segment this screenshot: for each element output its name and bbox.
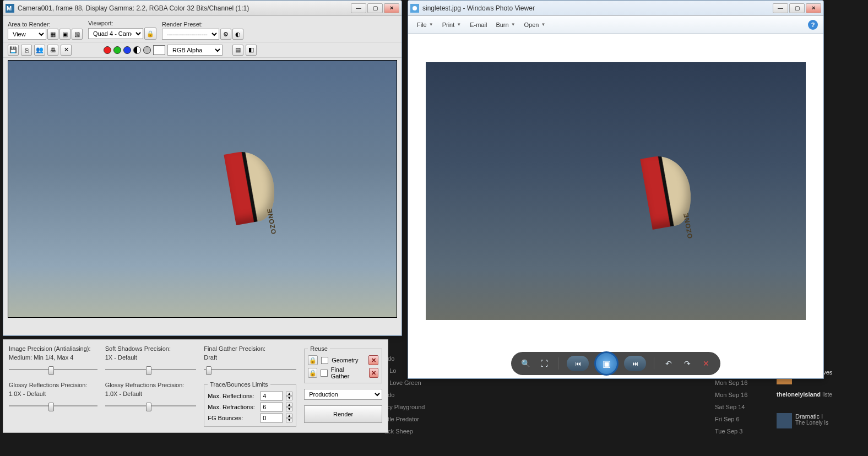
background-nowplaying: The Relatives thelonelyisland liste Dram…: [777, 369, 865, 435]
print-icon[interactable]: 🖶: [47, 45, 58, 56]
reuse-fg-checkbox[interactable]: [321, 370, 327, 377]
copy-icon[interactable]: ⎘: [21, 45, 32, 56]
photo-titlebar[interactable]: singletest.jpg - Windows Photo Viewer — …: [408, 1, 823, 16]
render-preset-select[interactable]: ------------------------: [162, 29, 219, 40]
max-reflections-label: Max. Reflections:: [208, 393, 257, 399]
image-precision-slider[interactable]: [9, 365, 97, 374]
viewport-select[interactable]: Quad 4 - Camera0: [88, 28, 143, 39]
channel-green-icon[interactable]: [113, 46, 121, 54]
render-viewport[interactable]: OZONE: [8, 60, 397, 318]
chevron-down-icon: ▼: [457, 22, 461, 27]
next-button[interactable]: ⏭: [624, 356, 646, 371]
final-gather-slider[interactable]: [204, 365, 296, 373]
channel-alpha-icon[interactable]: [133, 46, 141, 54]
chevron-down-icon: ▼: [511, 22, 516, 27]
reuse-fieldset: Reuse 🔒 Geometry ✕ 🔒 Final Gather ✕: [304, 345, 382, 383]
maximize-button[interactable]: ▢: [789, 3, 805, 13]
reuse-fg-label: Final Gather: [331, 366, 362, 379]
glossy-reflections-slider[interactable]: [9, 401, 97, 410]
fg-bounces-input[interactable]: [261, 413, 283, 423]
photo-menubar: File▼ Print▼ E-mail Burn▼ Open▼ ?: [408, 16, 823, 34]
toggle-bg-icon[interactable]: ◧: [246, 45, 257, 56]
photoviewer-icon: [410, 4, 419, 13]
toggle-overlay-icon[interactable]: ▤: [232, 45, 243, 56]
slideshow-button[interactable]: ▣: [594, 351, 619, 376]
viewport-label: Viewport:: [88, 20, 156, 26]
reuse-fg-lock-icon[interactable]: 🔒: [308, 368, 317, 378]
spin-down[interactable]: ▼: [286, 407, 292, 411]
glossy-reflections-label: Glossy Reflections Precision:: [9, 382, 97, 388]
close-button[interactable]: ✕: [384, 3, 399, 13]
menu-print[interactable]: Print▼: [439, 19, 465, 30]
minimize-button[interactable]: —: [773, 3, 788, 13]
glossy-refractions-slider[interactable]: [105, 401, 196, 410]
fg-bounces-label: FG Bounces:: [208, 415, 257, 421]
clone-icon[interactable]: 👥: [34, 45, 45, 56]
area-to-render-select[interactable]: View: [8, 29, 46, 40]
menu-open[interactable]: Open▼: [521, 19, 549, 30]
color-swatch[interactable]: [153, 45, 165, 55]
photo-viewer-window: singletest.jpg - Windows Photo Viewer — …: [408, 0, 824, 379]
reuse-geometry-clear-icon[interactable]: ✕: [368, 355, 378, 365]
spin-down[interactable]: ▼: [286, 396, 292, 400]
final-gather-value: Draft: [204, 354, 296, 361]
render-titlebar[interactable]: M Camera001, frame 88, Display Gamma: 2.…: [3, 1, 402, 16]
glossy-refractions-label: Glossy Refractions Precision:: [105, 382, 196, 388]
render-toolbar-top: Area to Render: View ▦ ▣ ▧ Viewport: Qua…: [3, 16, 402, 42]
environment-icon[interactable]: ◐: [232, 29, 243, 40]
fit-icon[interactable]: ⛶: [538, 357, 551, 370]
previous-button[interactable]: ⏮: [567, 356, 589, 371]
max-refractions-input[interactable]: [261, 402, 283, 412]
reuse-geometry-lock-icon[interactable]: 🔒: [308, 355, 318, 365]
maximize-button[interactable]: ▢: [367, 3, 383, 13]
render-toolbar-bottom: 💾 ⎘ 👥 🖶 ✕ RGB Alpha ▤ ◧: [3, 42, 402, 58]
region-icon[interactable]: ▦: [47, 29, 58, 40]
image-precision-value: Medium: Min 1/4, Max 4: [9, 354, 97, 361]
delete-icon[interactable]: ✕: [699, 357, 713, 370]
spin-down[interactable]: ▼: [286, 418, 292, 422]
soft-shadows-label: Soft Shadows Precision:: [105, 345, 196, 352]
chevron-down-icon: ▼: [541, 22, 545, 27]
save-icon[interactable]: 💾: [8, 45, 19, 56]
channel-red-icon[interactable]: [104, 46, 111, 54]
channel-mono-icon[interactable]: [143, 46, 151, 54]
menu-burn[interactable]: Burn▼: [492, 19, 518, 30]
menu-email[interactable]: E-mail: [466, 19, 490, 30]
clear-icon[interactable]: ✕: [61, 45, 72, 56]
chevron-down-icon: ▼: [429, 22, 433, 27]
separator: [654, 357, 654, 370]
blowup-icon[interactable]: ▧: [72, 29, 83, 40]
reuse-geometry-label: Geometry: [332, 357, 358, 363]
close-button[interactable]: ✕: [806, 3, 821, 13]
area-to-render-label: Area to Render:: [8, 21, 83, 28]
spin-up[interactable]: ▲: [286, 392, 292, 396]
crop-icon[interactable]: ▣: [59, 29, 70, 40]
render-setup-icon[interactable]: ⚙: [220, 29, 231, 40]
rotate-cw-icon[interactable]: ↷: [681, 357, 694, 370]
photo-canvas: OZONE: [410, 36, 821, 346]
photo-image[interactable]: OZONE: [426, 62, 806, 320]
soft-shadows-slider[interactable]: [105, 365, 196, 374]
max-reflections-input[interactable]: [261, 391, 283, 401]
spin-up[interactable]: ▲: [286, 414, 292, 418]
minimize-button[interactable]: —: [351, 3, 366, 13]
channel-select[interactable]: RGB Alpha: [167, 45, 223, 56]
separator: [558, 357, 559, 370]
help-icon[interactable]: ?: [808, 20, 818, 30]
image-precision-label: Image Precision (Antialiasing):: [9, 345, 97, 352]
quality-preset-select[interactable]: Production: [304, 389, 382, 400]
svg-point-3: [413, 6, 417, 10]
rendered-kite: OZONE: [224, 147, 279, 225]
reuse-fg-clear-icon[interactable]: ✕: [369, 368, 378, 378]
svg-text:M: M: [7, 5, 12, 12]
channel-blue-icon[interactable]: [123, 46, 131, 54]
render-button[interactable]: Render: [304, 405, 382, 423]
reuse-geometry-checkbox[interactable]: [321, 357, 328, 364]
glossy-refractions-value: 1.0X - Default: [105, 390, 196, 397]
menu-file[interactable]: File▼: [414, 19, 437, 30]
lock-icon[interactable]: 🔒: [144, 28, 156, 40]
zoom-icon[interactable]: 🔍: [519, 357, 532, 370]
glossy-reflections-value: 1.0X - Default: [9, 390, 97, 397]
spin-up[interactable]: ▲: [286, 403, 292, 407]
rotate-ccw-icon[interactable]: ↶: [662, 357, 675, 370]
